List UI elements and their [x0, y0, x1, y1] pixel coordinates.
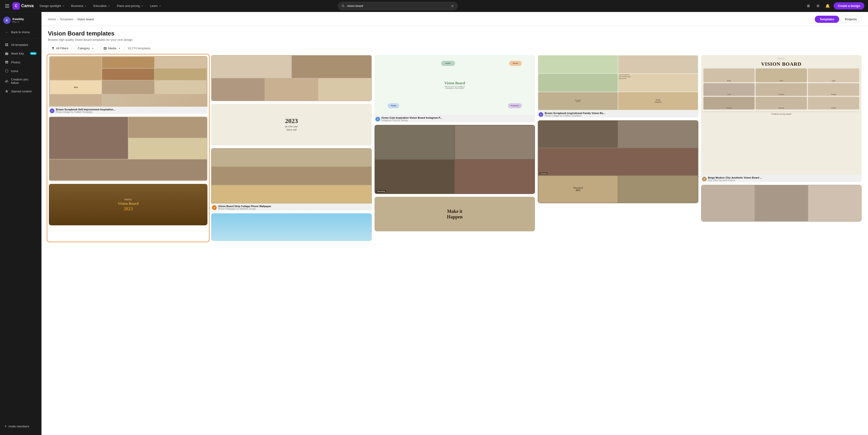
- media-filter-button[interactable]: Media: [100, 45, 124, 52]
- star-outline-icon: [5, 69, 9, 73]
- template-card-8[interactable]: Vision Board How it's your turn to make …: [375, 55, 535, 122]
- card-title-6: Vision Board Strip Collage Phone Wallpap…: [218, 205, 271, 208]
- notification-icon[interactable]: 🔔: [824, 2, 831, 10]
- template-card-6[interactable]: M Vision Board Strip Collage Phone Wallp…: [211, 148, 372, 211]
- breadcrumb-templates[interactable]: Templates: [60, 18, 73, 21]
- templates-grid: 2024 C Brown Scrapbook Self: [48, 55, 862, 241]
- template-column-2: 2023 do it for yourfuture self: [211, 55, 372, 241]
- page-title-section: Vision Board templates Browse high quali…: [41, 26, 868, 45]
- monitor-icon[interactable]: 🖥: [805, 2, 812, 10]
- topnav-right: 🖥 ⚙ 🔔 Create a design: [805, 2, 864, 10]
- avatar: K: [3, 17, 10, 24]
- settings-icon[interactable]: ⚙: [814, 2, 822, 10]
- card-title-1: Brown Scrapbook Self Improvement Inspira…: [56, 108, 115, 111]
- grid-icon: [5, 43, 9, 47]
- canva-wordmark: Canva: [21, 3, 34, 8]
- briefcase-icon: [5, 51, 9, 56]
- template-count: 19,274 templates: [128, 46, 151, 50]
- tab-projects[interactable]: Projects: [840, 15, 862, 23]
- sidebar-item-work-kits[interactable]: Work Kits New: [1, 49, 40, 58]
- image-icon: [5, 60, 9, 64]
- canva-logo[interactable]: C Canva: [12, 2, 34, 10]
- breadcrumb-sep-1: ›: [57, 18, 58, 21]
- app-layout: K Kwebby Pro • 1 ← Back to Home All temp…: [0, 12, 868, 435]
- user-profile[interactable]: K Kwebby Pro • 1: [0, 15, 41, 28]
- template-card-14[interactable]: [701, 185, 862, 222]
- sidebar: K Kwebby Pro • 1 ← Back to Home All temp…: [0, 12, 41, 435]
- canva-logo-mark: C: [12, 2, 20, 10]
- nav-design-spotlight[interactable]: Design spotlight: [37, 3, 67, 9]
- plus-icon: +: [5, 424, 7, 428]
- card-info-6: M Vision Board Strip Collage Phone Wallp…: [211, 204, 372, 211]
- template-card-12[interactable]: Camping Vision board 2023: [538, 120, 698, 203]
- template-card-7[interactable]: [211, 213, 372, 241]
- sidebar-item-icons[interactable]: Icons: [1, 67, 40, 75]
- template-column-5: 2023 VISION BOARD Body Mind Spirit Love …: [701, 55, 862, 241]
- top-navigation: C Canva Design spotlight Business Educat…: [0, 0, 868, 12]
- template-card-3[interactable]: Hello Vision Board 2023: [49, 184, 208, 225]
- breadcrumb-sep-2: ›: [75, 18, 75, 21]
- users-icon: [5, 79, 9, 83]
- search-icon: [341, 4, 345, 8]
- templates-area: 2024 C Brown Scrapbook Self: [41, 55, 868, 435]
- card-sub-6: Phone Wallpaper by Mathilde Design: [218, 208, 271, 210]
- card-info-1: C Brown Scrapbook Self Improvement Inspi…: [49, 107, 208, 114]
- card-title-11: Brown Scrapbook Inspirational Family Vis…: [545, 112, 605, 115]
- chevron-down-icon-2: [118, 47, 121, 50]
- breadcrumb-home[interactable]: Home: [48, 18, 56, 21]
- card-info-8: S Green Cute Inspiration Vision Board In…: [375, 115, 535, 122]
- media-icon: [103, 47, 107, 50]
- template-card-9[interactable]: Traveling: [375, 125, 535, 194]
- nav-plans-pricing[interactable]: Plans and pricing: [115, 3, 146, 9]
- card-title-13: Beige Modern Chic Aesthetic Vision Board…: [708, 176, 762, 179]
- nav-business[interactable]: Business: [69, 3, 89, 9]
- clear-search-icon[interactable]: [451, 4, 454, 8]
- search-bar[interactable]: [338, 2, 458, 10]
- card-info-13: J Beige Modern Chic Aesthetic Vision Boa…: [701, 175, 862, 182]
- card-info-11: C Brown Scrapbook Inspirational Family V…: [538, 111, 698, 118]
- template-card-5[interactable]: 2023 do it for yourfuture self: [211, 104, 372, 145]
- all-filters-button[interactable]: All Filters: [48, 45, 72, 52]
- template-card-11[interactable]: Love yourself firstand everything elsefa…: [538, 55, 698, 118]
- sidebar-bottom: + Invite members: [0, 420, 41, 432]
- arrow-left-icon: ←: [5, 30, 9, 34]
- sidebar-item-back-home[interactable]: ← Back to Home: [1, 28, 40, 36]
- sidebar-item-creators[interactable]: Creators you follow: [1, 75, 40, 87]
- category-filter-button[interactable]: Category: [74, 45, 98, 52]
- sidebar-item-photos[interactable]: Photos: [1, 58, 40, 66]
- template-card-1[interactable]: 2024 C Brown Scrapbook Self: [49, 56, 208, 114]
- nav-learn[interactable]: Learn: [148, 3, 164, 9]
- tab-templates[interactable]: Templates: [815, 15, 839, 23]
- card-sub-1: Photo Collage by Crafted Templates: [56, 111, 115, 113]
- main-content: Home › Templates › Vision board Template…: [41, 12, 868, 435]
- creator-avatar-1: C: [50, 108, 54, 113]
- card-sub-13: Your Story by Jenn Franco: [708, 179, 762, 182]
- template-card-2[interactable]: [49, 117, 208, 181]
- page-header: Home › Templates › Vision board Template…: [41, 12, 868, 26]
- template-column-4: Love yourself firstand everything elsefa…: [538, 55, 698, 241]
- sidebar-item-starred[interactable]: Starred content: [1, 87, 40, 95]
- card-sub-11: Photo Collage by Crafted Templates: [545, 115, 605, 117]
- creator-avatar-13: J: [702, 177, 707, 181]
- chevron-down-icon: [91, 47, 94, 50]
- template-card-4[interactable]: [211, 55, 372, 101]
- sidebar-item-all-templates[interactable]: All templates: [1, 40, 40, 49]
- nav-education[interactable]: Education: [91, 3, 113, 9]
- template-card-13[interactable]: 2023 VISION BOARD Body Mind Spirit Love …: [701, 55, 862, 182]
- page-title: Vision Board templates: [48, 30, 862, 37]
- creator-avatar-11: C: [539, 112, 543, 117]
- card-title-8: Green Cute Inspiration Vision Board Inst…: [381, 116, 442, 119]
- template-column-3: Vision Board How it's your turn to make …: [375, 55, 535, 241]
- page-subtitle: Browse high quality Vision Board templat…: [48, 38, 862, 41]
- breadcrumb: Home › Templates › Vision board: [48, 18, 94, 21]
- hamburger-menu[interactable]: [4, 3, 10, 9]
- filters-bar: All Filters Category Media 19,274 templa…: [41, 45, 868, 55]
- template-card-10[interactable]: Make itHappen: [375, 197, 535, 231]
- template-column-1: 2024 C Brown Scrapbook Self: [48, 55, 208, 241]
- breadcrumb-current: Vision board: [77, 18, 94, 21]
- creator-avatar-6: M: [212, 205, 217, 210]
- create-design-button[interactable]: Create a design: [834, 2, 864, 9]
- invite-members-button[interactable]: + Invite members: [1, 422, 40, 430]
- filter-icon: [52, 47, 55, 50]
- search-input[interactable]: [347, 4, 449, 8]
